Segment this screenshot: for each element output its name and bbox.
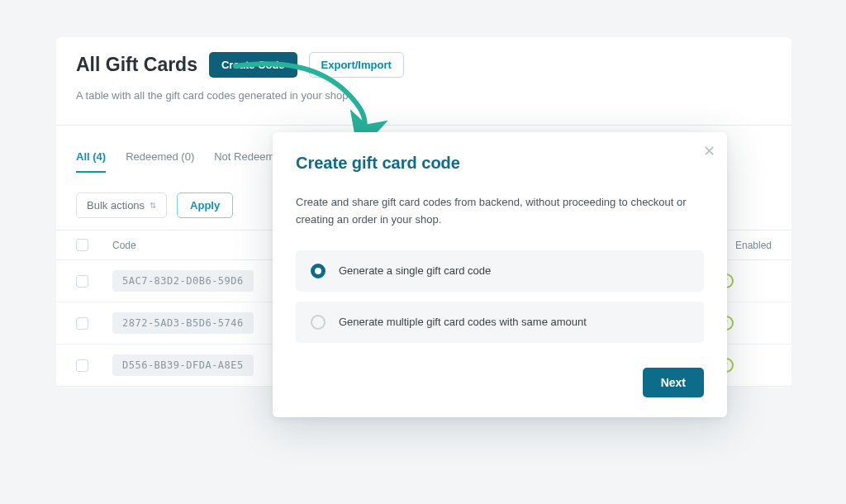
option-single-label: Generate a single gift card code [339,264,491,277]
bulk-actions-label: Bulk actions [87,199,145,212]
code-pill: D556-BB39-DFDA-A8E5 [112,354,254,376]
create-code-modal: ✕ Create gift card code Create and share… [273,132,727,417]
apply-button[interactable]: Apply [177,193,233,218]
bulk-actions-select[interactable]: Bulk actions ⇅ [76,193,167,218]
modal-description: Create and share gift card codes from ba… [296,194,704,229]
code-pill: 5AC7-83D2-D0B6-59D6 [112,270,254,292]
page-title: All Gift Cards [76,54,197,76]
radio-single[interactable] [311,264,326,278]
select-all-checkbox[interactable] [76,239,88,251]
row-checkbox[interactable] [76,359,88,372]
tab-not-redeemed[interactable]: Not Redeem [214,150,274,173]
next-button[interactable]: Next [643,368,704,397]
tab-redeemed[interactable]: Redeemed (0) [126,150,194,173]
radio-multiple[interactable] [311,315,326,330]
code-pill: 2872-5AD3-B5D6-5746 [112,312,254,334]
close-icon[interactable]: ✕ [703,142,715,160]
sort-icon: ⇅ [150,202,156,210]
tab-all[interactable]: All (4) [76,150,106,173]
create-code-button[interactable]: Create Code [209,52,297,78]
row-checkbox[interactable] [76,317,88,330]
modal-title: Create gift card code [296,154,704,173]
option-multiple-label: Generate multiple gift card codes with s… [339,316,587,328]
option-single[interactable]: Generate a single gift card code [296,250,704,292]
panel-header: All Gift Cards Create Code Export/Import… [56,37,791,112]
row-checkbox[interactable] [76,275,88,288]
page-subtitle: A table with all the gift card codes gen… [76,89,772,102]
option-multiple[interactable]: Generate multiple gift card codes with s… [296,302,704,343]
export-import-button[interactable]: Export/Import [309,52,404,78]
